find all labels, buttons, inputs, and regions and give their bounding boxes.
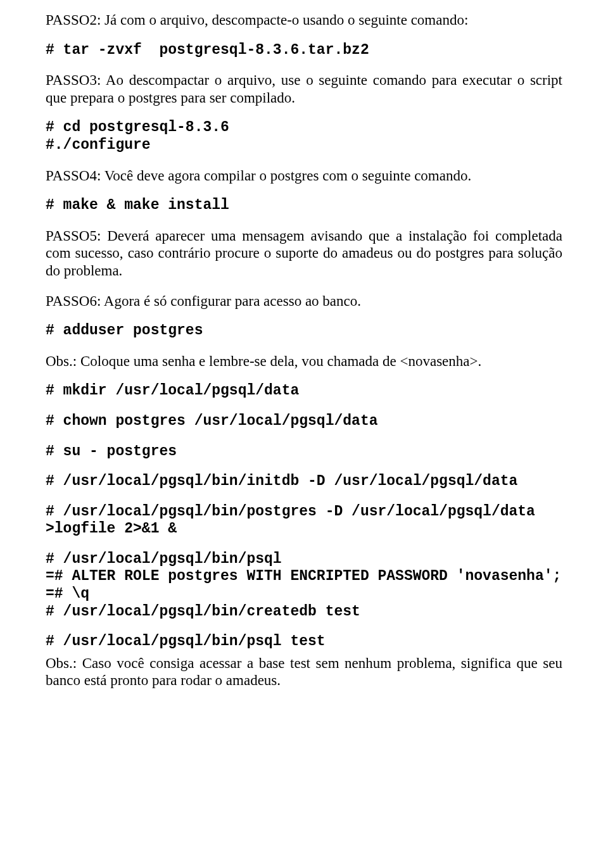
- command-mkdir: # mkdir /usr/local/pgsql/data: [46, 382, 562, 400]
- spacer: [46, 404, 562, 413]
- command-adduser: # adduser postgres: [46, 322, 562, 340]
- spacer: [46, 313, 562, 322]
- obs-final: Obs.: Caso você consiga acessar a base t…: [46, 655, 562, 689]
- spacer: [46, 434, 562, 443]
- spacer: [46, 494, 562, 503]
- step5-text: PASSO5: Deverá aparecer uma mensagem avi…: [46, 227, 562, 280]
- step6-text: PASSO6: Agora é só configurar para acess…: [46, 292, 562, 310]
- command-initdb: # /usr/local/pgsql/bin/initdb -D /usr/lo…: [46, 473, 562, 491]
- spacer: [46, 63, 562, 72]
- spacer: [46, 374, 562, 382]
- command-postgres-daemon: # /usr/local/pgsql/bin/postgres -D /usr/…: [46, 503, 562, 538]
- step2-text: PASSO2: Já com o arquivo, descompacte-o …: [46, 11, 562, 29]
- spacer: [46, 218, 562, 227]
- document-page: PASSO2: Já com o arquivo, descompacte-o …: [0, 0, 608, 731]
- spacer: [46, 110, 562, 119]
- spacer: [46, 542, 562, 551]
- obs-senha: Obs.: Coloque uma senha e lembre-se dela…: [46, 353, 562, 370]
- command-chown: # chown postgres /usr/local/pgsql/data: [46, 413, 562, 431]
- spacer: [46, 33, 562, 42]
- spacer: [46, 188, 562, 197]
- spacer: [46, 464, 562, 473]
- command-psql-alter-createdb: # /usr/local/pgsql/bin/psql =# ALTER ROL…: [46, 551, 562, 620]
- command-make-install: # make & make install: [46, 197, 562, 215]
- step3-text: PASSO3: Ao descompactar o arquivo, use o…: [46, 72, 562, 106]
- command-tar: # tar -zvxf postgresql-8.3.6.tar.bz2: [46, 42, 562, 60]
- spacer: [46, 158, 562, 167]
- command-cd-configure: # cd postgresql-8.3.6 #./configure: [46, 119, 562, 154]
- command-su: # su - postgres: [46, 443, 562, 461]
- step4-text: PASSO4: Você deve agora compilar o postg…: [46, 167, 562, 185]
- spacer: [46, 624, 562, 633]
- command-psql-test: # /usr/local/pgsql/bin/psql test: [46, 633, 562, 651]
- spacer: [46, 284, 562, 292]
- spacer: [46, 344, 562, 353]
